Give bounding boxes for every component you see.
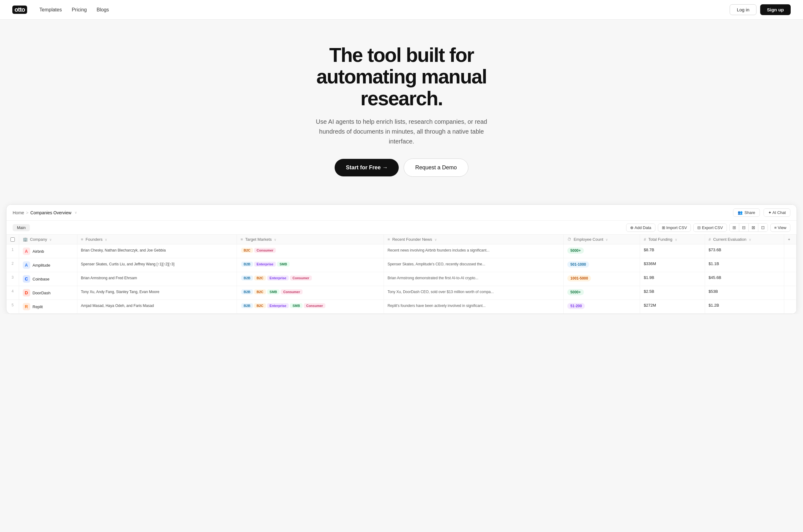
employee-badge: 5000+ [567, 289, 584, 295]
col-news: ≡ Recent Founder News ∨ [384, 234, 563, 244]
company-name: Amplitude [33, 263, 51, 268]
founders-cell: Spenser Skates, Curtis Liu, and Jeffrey … [77, 258, 237, 272]
employee-count-cell: 1001-5000 [564, 272, 640, 286]
col-founders: ≡ Founders ∨ [77, 234, 237, 244]
news-cell: Tony Xu, DoorDash CEO, sold over $13 mil… [384, 286, 563, 300]
employee-badge: 51-200 [567, 303, 585, 309]
company-logo: A [23, 261, 30, 269]
table-container: 🏢 Company ∨ ≡ Founders ∨ ≡ Target Market… [6, 234, 797, 314]
view-icons-group: ⊞ ⊟ ⊠ ⊡ [729, 223, 768, 232]
breadcrumb-current[interactable]: Companies Overview [31, 210, 72, 215]
logo[interactable]: otto [12, 5, 27, 14]
company-name: Replit [33, 304, 43, 309]
funding-cell: $272M [640, 300, 705, 314]
market-tag: SMB [267, 289, 279, 294]
signup-button[interactable]: Sign up [760, 4, 791, 15]
company-col-chevron[interactable]: ∨ [49, 238, 52, 241]
markets-cell: B2BB2CEnterpriseConsumer [237, 272, 384, 286]
funding-text: $2.5B [644, 289, 654, 294]
row-add-cell [784, 286, 797, 300]
company-name: Airbnb [33, 249, 44, 254]
row-number: 4 [6, 286, 19, 300]
row-add-cell [784, 300, 797, 314]
employee-count-cell: 501-1000 [564, 258, 640, 272]
select-all-checkbox[interactable] [11, 238, 15, 242]
nav-templates[interactable]: Templates [39, 7, 62, 13]
row-add-cell [784, 272, 797, 286]
hero-headline: The tool built for automating manual res… [278, 44, 525, 109]
import-csv-button[interactable]: ⊞ Import CSV [658, 224, 691, 232]
add-data-button[interactable]: ⊕ Add Data [626, 224, 655, 232]
employees-col-icon: ⏱ [567, 237, 571, 242]
market-tag: B2C [254, 303, 266, 308]
company-name: Coinbase [33, 277, 50, 281]
markets-col-chevron[interactable]: ∨ [274, 238, 276, 241]
founders-col-chevron[interactable]: ∨ [105, 238, 107, 241]
logo-icon: otto [12, 5, 27, 14]
news-cell: Brian Armstrong demonstrated the first A… [384, 272, 563, 286]
funding-cell: $336M [640, 258, 705, 272]
breadcrumb-home[interactable]: Home [13, 210, 24, 215]
founders-col-icon: ≡ [81, 237, 84, 242]
toolbar-right: ⊕ Add Data ⊞ Import CSV ⊟ Export CSV ⊞ ⊟… [626, 223, 790, 232]
employees-col-chevron[interactable]: ∨ [605, 238, 608, 241]
market-tag: B2B [241, 303, 253, 308]
market-tag: SMB [277, 262, 289, 267]
table-header-row: 🏢 Company ∨ ≡ Founders ∨ ≡ Target Market… [6, 234, 797, 244]
news-col-chevron[interactable]: ∨ [435, 238, 437, 241]
nav-pricing[interactable]: Pricing [72, 7, 87, 13]
company-cell[interactable]: D DoorDash [19, 286, 77, 300]
founders-cell: Amjad Masad, Haya Odeh, and Faris Masad [77, 300, 237, 314]
view-icon-4[interactable]: ⊡ [758, 224, 768, 231]
markets-cell: B2BEnterpriseSMB [237, 258, 384, 272]
breadcrumb-separator: > [26, 210, 28, 215]
view-button[interactable]: ≡ View [770, 224, 790, 232]
founders-cell: Tony Xu, Andy Fang, Stanley Tang, Evan M… [77, 286, 237, 300]
start-free-button[interactable]: Start for Free → [335, 159, 399, 176]
col-add[interactable]: + [784, 234, 797, 244]
share-button[interactable]: 👥 Share [733, 208, 760, 217]
market-tag: B2B [241, 262, 253, 267]
founders-cell: Brian Chesky, Nathan Blecharczyk, and Jo… [77, 244, 237, 258]
company-cell[interactable]: C Coinbase [19, 272, 77, 286]
news-cell: Recent news involving Airbnb founders in… [384, 244, 563, 258]
table-row: 2 A Amplitude Spenser Skates, Curtis Liu… [6, 258, 797, 272]
employee-badge: 501-1000 [567, 261, 589, 268]
hero-subtext: Use AI agents to help enrich lists, rese… [306, 117, 497, 146]
row-add-cell [784, 258, 797, 272]
ai-chat-button[interactable]: ✦ AI Chat [764, 208, 790, 217]
employee-count-cell: 5000+ [564, 244, 640, 258]
news-cell: Spenser Skates, Amplitude's CEO, recentl… [384, 258, 563, 272]
toolbar: Main ⊕ Add Data ⊞ Import CSV ⊟ Export CS… [6, 221, 797, 234]
market-tag: B2B [241, 276, 253, 281]
market-tag: Consumer [254, 248, 276, 253]
valuation-col-icon: # [709, 237, 711, 242]
company-cell[interactable]: A Airbnb [19, 244, 77, 258]
funding-col-chevron[interactable]: ∨ [675, 238, 677, 241]
breadcrumb-chevron-icon[interactable]: ∨ [75, 211, 77, 214]
export-csv-button[interactable]: ⊟ Export CSV [693, 224, 727, 232]
market-tag: SMB [290, 303, 302, 308]
login-button[interactable]: Log in [730, 4, 756, 15]
col-valuation: # Current Evaluation ∨ [705, 234, 784, 244]
view-icon-1[interactable]: ⊞ [730, 224, 739, 231]
data-table: 🏢 Company ∨ ≡ Founders ∨ ≡ Target Market… [6, 234, 797, 314]
market-tag: Enterprise [254, 262, 276, 267]
view-icon-2[interactable]: ⊟ [739, 224, 749, 231]
table-section: Home > Companies Overview ∨ 👥 Share ✦ AI… [6, 205, 797, 314]
valuation-text: $73.6B [709, 248, 722, 252]
request-demo-button[interactable]: Request a Demo [404, 158, 468, 177]
founders-text: Amjad Masad, Haya Odeh, and Faris Masad [81, 304, 154, 308]
tab-main[interactable]: Main [13, 224, 30, 231]
row-number: 2 [6, 258, 19, 272]
company-logo: D [23, 289, 30, 297]
company-cell[interactable]: R Replit [19, 300, 77, 314]
nav-blogs[interactable]: Blogs [97, 7, 109, 13]
market-tag: Consumer [281, 289, 302, 294]
table-row: 3 C Coinbase Brian Armstrong and Fred Eh… [6, 272, 797, 286]
valuation-col-chevron[interactable]: ∨ [749, 238, 751, 241]
company-cell[interactable]: A Amplitude [19, 258, 77, 272]
view-icon-3[interactable]: ⊠ [749, 224, 758, 231]
table-row: 1 A Airbnb Brian Chesky, Nathan Blecharc… [6, 244, 797, 258]
table-row: 4 D DoorDash Tony Xu, Andy Fang, Stanley… [6, 286, 797, 300]
